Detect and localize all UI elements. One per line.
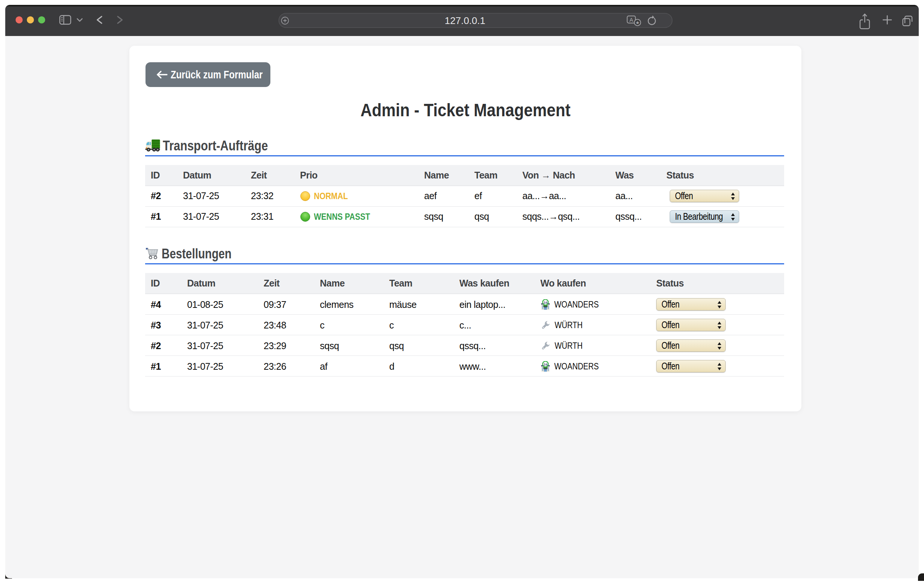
svg-text:24: 24 xyxy=(543,300,548,305)
svg-text:★: ★ xyxy=(635,20,640,25)
svg-text:127.0.0.1: 127.0.0.1 xyxy=(445,15,485,26)
svg-text:24: 24 xyxy=(543,362,548,366)
svg-text:A: A xyxy=(629,16,633,23)
